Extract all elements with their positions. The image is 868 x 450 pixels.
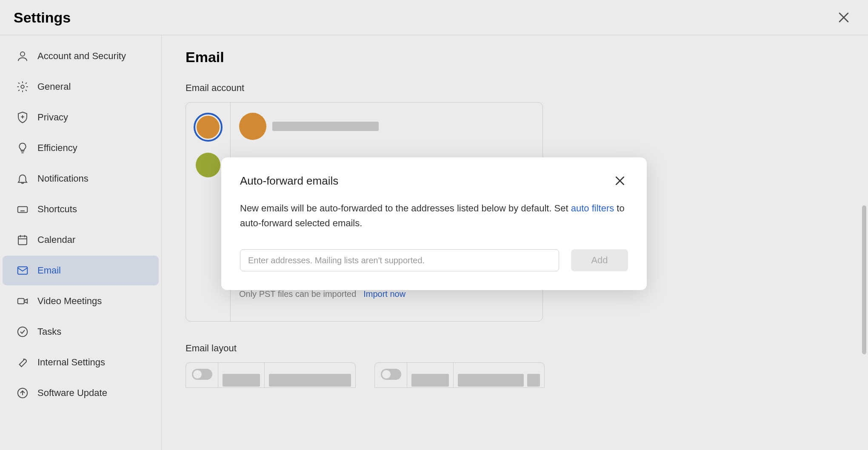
- close-icon: [614, 174, 626, 187]
- address-input[interactable]: [240, 249, 559, 271]
- modal-backdrop[interactable]: Auto-forward emails New emails will be a…: [0, 0, 868, 450]
- modal-close-button[interactable]: [612, 173, 628, 189]
- auto-filters-link[interactable]: auto filters: [571, 203, 614, 214]
- modal-description: New emails will be auto-forwarded to the…: [240, 201, 628, 231]
- add-button[interactable]: Add: [571, 249, 628, 271]
- modal-title: Auto-forward emails: [240, 174, 338, 188]
- auto-forward-modal: Auto-forward emails New emails will be a…: [221, 157, 647, 290]
- modal-desc-prefix: New emails will be auto-forwarded to the…: [240, 203, 571, 214]
